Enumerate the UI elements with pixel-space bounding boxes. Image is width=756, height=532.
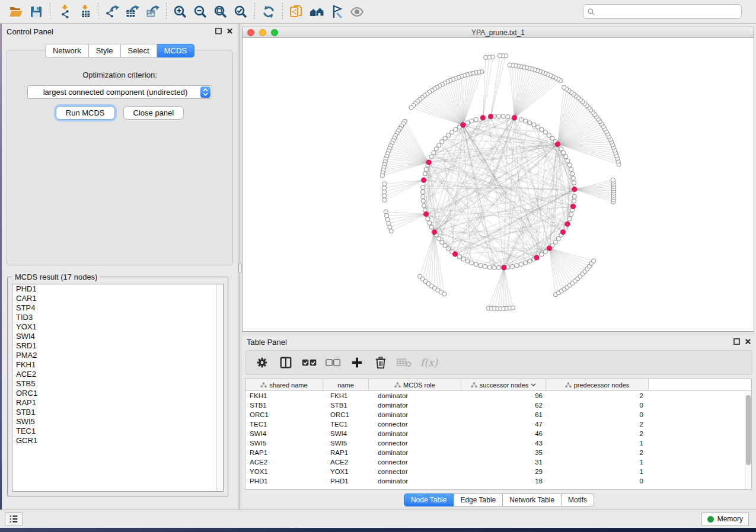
float-table-panel-icon[interactable] bbox=[733, 336, 740, 347]
table-scrollbar[interactable] bbox=[745, 392, 751, 489]
houses-icon[interactable] bbox=[307, 2, 327, 22]
mcds-result-item[interactable]: SRD1 bbox=[12, 341, 223, 351]
mcds-result-item[interactable]: RAP1 bbox=[12, 398, 223, 408]
zoom-out-icon[interactable] bbox=[190, 2, 210, 22]
mcds-result-item[interactable]: PMA2 bbox=[12, 351, 223, 360]
table-cell: TEC1 bbox=[245, 421, 323, 428]
mcds-result-item[interactable]: YOX1 bbox=[12, 322, 223, 332]
add-icon[interactable] bbox=[349, 355, 365, 370]
zoom-selected-icon[interactable] bbox=[231, 2, 251, 22]
column-header-shared-name[interactable]: shared name bbox=[245, 379, 323, 390]
mcds-result-item[interactable]: GCR1 bbox=[12, 436, 223, 446]
mcds-result-item[interactable]: SWI5 bbox=[12, 417, 223, 427]
table-row[interactable]: YOX1YOX1connector291 bbox=[245, 467, 751, 476]
import-network-icon[interactable] bbox=[54, 2, 74, 22]
select-stepper-icon bbox=[200, 86, 210, 98]
table-cell: PHD1 bbox=[323, 477, 369, 485]
table-cell: connector bbox=[369, 459, 461, 466]
float-panel-icon[interactable] bbox=[215, 26, 222, 37]
table-row[interactable]: FKH1FKH1dominator962 bbox=[245, 391, 751, 400]
table-cell: 46 bbox=[461, 430, 546, 437]
table-row[interactable]: SWI4SWI4dominator462 bbox=[245, 429, 751, 438]
zoom-in-icon[interactable] bbox=[170, 2, 190, 22]
mcds-result-item[interactable]: ORC1 bbox=[12, 389, 223, 398]
table-cell: dominator bbox=[369, 477, 461, 485]
close-panel-button[interactable]: Close panel bbox=[123, 106, 184, 120]
mcds-result-item[interactable]: ACE2 bbox=[12, 370, 223, 379]
search-input[interactable] bbox=[595, 8, 738, 16]
tab-motifs[interactable]: Motifs bbox=[562, 493, 594, 507]
tab-edge-table[interactable]: Edge Table bbox=[454, 493, 503, 507]
tab-mcds[interactable]: MCDS bbox=[157, 44, 194, 57]
memory-button[interactable]: Memory bbox=[701, 512, 749, 526]
tab-style[interactable]: Style bbox=[89, 44, 121, 57]
table-row[interactable]: TEC1TEC1connector472 bbox=[245, 419, 751, 429]
search-icon bbox=[587, 8, 595, 16]
table-cell: 1 bbox=[546, 459, 649, 466]
mcds-result-item[interactable]: TID3 bbox=[12, 313, 223, 322]
table-row[interactable]: PHD1PHD1dominator180 bbox=[245, 476, 751, 486]
mcds-result-item[interactable]: TEC1 bbox=[12, 427, 223, 436]
mcds-result-item[interactable]: CAR1 bbox=[12, 294, 223, 303]
tab-select[interactable]: Select bbox=[121, 44, 157, 57]
column-header-MCDS-role[interactable]: MCDS role bbox=[369, 379, 461, 390]
mcds-result-item[interactable]: PHD1 bbox=[12, 284, 223, 294]
hierarchy-icon bbox=[565, 382, 572, 388]
mcds-result-item[interactable]: SWI4 bbox=[12, 332, 223, 341]
deselect-all-icon[interactable] bbox=[326, 355, 341, 370]
import-table-icon[interactable] bbox=[74, 2, 94, 22]
close-panel-icon[interactable] bbox=[227, 26, 233, 37]
close-table-panel-icon[interactable] bbox=[745, 336, 751, 347]
mcds-result-list[interactable]: PHD1CAR1STP4TID3YOX1SWI4SRD1PMA2FKH1ACE2… bbox=[12, 284, 224, 492]
task-history-button[interactable] bbox=[5, 512, 23, 526]
network-graph[interactable] bbox=[243, 38, 754, 331]
table-scrollbar-thumb[interactable] bbox=[746, 395, 751, 465]
column-header-predecessor-nodes[interactable]: predecessor nodes bbox=[546, 379, 649, 390]
eye-icon[interactable] bbox=[347, 2, 367, 22]
table-row[interactable]: STB1STB1dominator620 bbox=[245, 400, 751, 410]
network-window-titlebar[interactable]: YPA_prune.txt_1 bbox=[243, 27, 754, 38]
mcds-result-item[interactable]: STB5 bbox=[12, 379, 223, 389]
zoom-fit-icon[interactable] bbox=[210, 2, 231, 22]
optimization-criterion-select[interactable]: largest connected component (undirected) bbox=[27, 85, 212, 99]
table-cell: FKH1 bbox=[245, 392, 323, 399]
table-cell: RAP1 bbox=[323, 449, 369, 456]
table-cell: YOX1 bbox=[323, 468, 369, 475]
export-image-icon[interactable] bbox=[142, 2, 162, 22]
gear-icon[interactable] bbox=[254, 355, 270, 370]
select-all-icon[interactable] bbox=[302, 355, 317, 370]
open-file-icon[interactable] bbox=[6, 2, 26, 22]
control-panel: Control Panel Network Style Select MCDS … bbox=[2, 24, 238, 509]
clone-network-icon[interactable] bbox=[286, 2, 307, 22]
mcds-result-item[interactable]: FKH1 bbox=[12, 360, 223, 370]
columns-icon[interactable] bbox=[278, 355, 294, 370]
tab-network[interactable]: Network bbox=[45, 44, 89, 57]
table-cell: 2 bbox=[546, 421, 649, 428]
run-mcds-button[interactable]: Run MCDS bbox=[56, 106, 115, 120]
tab-node-table[interactable]: Node Table bbox=[404, 493, 454, 507]
table-cell: 0 bbox=[546, 402, 649, 409]
table-row[interactable]: SWI5SWI5connector431 bbox=[245, 438, 751, 448]
search-box[interactable] bbox=[583, 4, 742, 19]
flag-icon[interactable] bbox=[327, 2, 347, 22]
mcds-result-item[interactable]: STB1 bbox=[12, 408, 223, 417]
hierarchy-icon bbox=[394, 382, 401, 388]
table-cell: SWI4 bbox=[323, 430, 369, 437]
export-table-icon[interactable] bbox=[122, 2, 142, 22]
table-cell: YOX1 bbox=[245, 468, 323, 475]
optimization-criterion-value: largest connected component (undirected) bbox=[28, 88, 200, 97]
save-session-icon[interactable] bbox=[26, 2, 46, 22]
mcds-result-item[interactable]: STP4 bbox=[12, 303, 223, 313]
column-label: name bbox=[337, 382, 354, 389]
table-row[interactable]: ORC1ORC1dominator610 bbox=[245, 410, 751, 419]
table-row[interactable]: RAP1RAP1dominator352 bbox=[245, 448, 751, 457]
mcds-list-scrollbar[interactable] bbox=[216, 284, 223, 491]
table-row[interactable]: ACE2ACE2connector311 bbox=[245, 457, 751, 467]
node-table: shared namenameMCDS rolesuccessor nodesp… bbox=[245, 379, 752, 490]
export-network-icon[interactable] bbox=[102, 2, 122, 22]
delete-icon[interactable] bbox=[373, 355, 388, 370]
tab-network-table[interactable]: Network Table bbox=[503, 493, 562, 507]
column-header-successor-nodes[interactable]: successor nodes bbox=[461, 379, 546, 390]
column-header-name[interactable]: name bbox=[323, 379, 369, 390]
refresh-icon[interactable] bbox=[259, 2, 279, 22]
